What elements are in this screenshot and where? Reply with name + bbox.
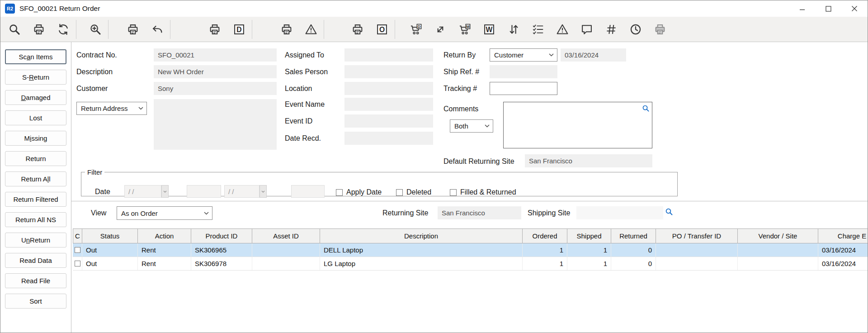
cell-charge-e: 03/16/2024 — [818, 257, 868, 270]
shipping-site-field[interactable] — [576, 206, 663, 219]
filter-date-from-input[interactable]: / / — [124, 185, 161, 198]
filter-group: Filter Date / / / / Apply Date Deleted F… — [81, 168, 678, 196]
default-returning-site-field[interactable]: San Francisco — [525, 154, 652, 167]
sales-person-field[interactable] — [344, 65, 433, 78]
deleted-checkbox-label: Deleted — [406, 188, 431, 196]
filter-time-from-input[interactable] — [187, 185, 221, 198]
table-row[interactable]: OutRentSK306965DELL Laptop11003/16/2024 — [73, 243, 868, 257]
tracking-input[interactable] — [490, 82, 557, 95]
filter-date-to-value: / / — [228, 188, 234, 195]
return-address-box[interactable] — [154, 99, 277, 150]
deleted-checkbox[interactable]: Deleted — [396, 188, 431, 196]
ship-ref-field[interactable] — [490, 65, 557, 78]
comments-mode-combo[interactable]: Both — [450, 119, 493, 133]
column-header-vendor-site[interactable]: Vendor / Site — [738, 228, 818, 243]
cell-po-transfer-id — [656, 257, 738, 270]
cell-shipped: 1 — [567, 257, 611, 270]
return-address-combo[interactable]: Return Address — [76, 102, 147, 115]
cell-product-id: SK306978 — [191, 257, 252, 270]
filter-time-to-input[interactable] — [291, 185, 325, 198]
returning-site-field[interactable]: San Francisco — [438, 206, 521, 219]
view-combo-value: As on Order — [121, 209, 158, 217]
view-label: View — [91, 209, 106, 217]
column-header-description[interactable]: Description — [320, 228, 523, 243]
filter-date-from-spinner[interactable] — [161, 185, 169, 198]
section-divider — [71, 201, 868, 201]
column-header-status[interactable]: Status — [82, 228, 138, 243]
cell-status: Out — [82, 243, 138, 257]
chevron-down-icon — [485, 124, 490, 128]
column-header-charge-e[interactable]: Charge E — [818, 228, 868, 243]
filter-date-to-spinner[interactable] — [259, 185, 267, 198]
contract-no-field[interactable]: SFO_00021 — [154, 48, 277, 62]
table-row[interactable]: OutRentSK306978LG Laptop11003/16/2024 — [73, 257, 868, 271]
column-header-c[interactable]: C — [73, 228, 82, 243]
cell-status: Out — [82, 257, 138, 270]
location-field[interactable] — [344, 82, 433, 95]
shipping-site-label: Shipping Site — [528, 209, 570, 217]
comments-box[interactable] — [503, 102, 652, 148]
return-by-combo[interactable]: Customer — [490, 48, 557, 62]
column-header-product-id[interactable]: Product ID — [191, 228, 252, 243]
sales-person-label: Sales Person — [285, 68, 328, 76]
checkbox-box[interactable] — [336, 189, 343, 196]
description-field[interactable]: New WH Order — [154, 65, 277, 78]
return-by-date-field[interactable]: 03/16/2024 — [561, 48, 626, 62]
table-header-row: CStatusActionProduct IDAsset IDDescripti… — [73, 228, 868, 243]
returning-site-label: Returning Site — [382, 209, 428, 217]
event-name-field[interactable] — [344, 98, 433, 111]
date-recd-label: Date Recd. — [285, 134, 321, 143]
cell-action: Rent — [138, 257, 191, 270]
items-table: CStatusActionProduct IDAsset IDDescripti… — [73, 228, 868, 271]
column-header-asset-id[interactable]: Asset ID — [252, 228, 320, 243]
cell-asset-id — [252, 257, 320, 270]
main-panel: Contract No. SFO_00021 Description New W… — [0, 0, 868, 333]
column-header-shipped[interactable]: Shipped — [567, 228, 611, 243]
filled-returned-checkbox-label: Filled & Returned — [460, 188, 516, 196]
tracking-label: Tracking # — [443, 85, 477, 93]
location-label: Location — [285, 85, 312, 93]
filter-date-from-value: / / — [128, 188, 134, 195]
event-id-label: Event ID — [285, 117, 312, 125]
checkbox-box[interactable] — [396, 189, 403, 196]
cell-asset-id — [252, 243, 320, 257]
filled-returned-checkbox[interactable]: Filled & Returned — [450, 188, 516, 196]
cell-vendor-site — [738, 257, 818, 270]
column-header-returned[interactable]: Returned — [611, 228, 656, 243]
comments-label: Comments — [443, 105, 478, 113]
cell-returned: 0 — [611, 243, 656, 257]
shipping-site-search-icon[interactable] — [665, 208, 673, 216]
column-header-ordered[interactable]: Ordered — [523, 228, 567, 243]
date-recd-field[interactable] — [344, 132, 433, 145]
comments-search-icon[interactable] — [642, 105, 650, 112]
chevron-down-icon — [138, 107, 143, 110]
description-label: Description — [76, 68, 113, 76]
customer-label: Customer — [76, 85, 108, 93]
cell-ordered: 1 — [523, 243, 567, 257]
cell-action: Rent — [138, 243, 191, 257]
chevron-down-icon — [204, 212, 209, 215]
contract-no-label: Contract No. — [76, 51, 117, 59]
apply-date-checkbox-label: Apply Date — [346, 188, 382, 196]
column-header-action[interactable]: Action — [138, 228, 191, 243]
assigned-to-field[interactable] — [344, 48, 433, 62]
event-id-field[interactable] — [344, 114, 433, 128]
row-checkbox[interactable] — [75, 261, 80, 266]
return-address-combo-value: Return Address — [81, 105, 127, 112]
return-by-combo-value: Customer — [494, 51, 524, 59]
event-name-label: Event Name — [285, 100, 325, 109]
default-returning-site-label: Default Returning Site — [443, 157, 514, 166]
filter-date-to-input[interactable]: / / — [224, 185, 259, 198]
cell-description: LG Laptop — [320, 257, 523, 270]
cell-shipped: 1 — [567, 243, 611, 257]
row-check-cell — [73, 257, 82, 270]
return-by-label: Return By — [443, 51, 476, 59]
customer-field[interactable]: Sony — [154, 82, 277, 95]
ship-ref-label: Ship Ref. # — [443, 68, 479, 76]
comments-mode-combo-value: Both — [454, 122, 468, 130]
column-header-po-transfer-id[interactable]: PO / Transfer ID — [656, 228, 738, 243]
apply-date-checkbox[interactable]: Apply Date — [336, 188, 382, 196]
checkbox-box[interactable] — [450, 189, 457, 196]
row-checkbox[interactable] — [75, 247, 80, 253]
view-combo[interactable]: As on Order — [117, 206, 212, 220]
